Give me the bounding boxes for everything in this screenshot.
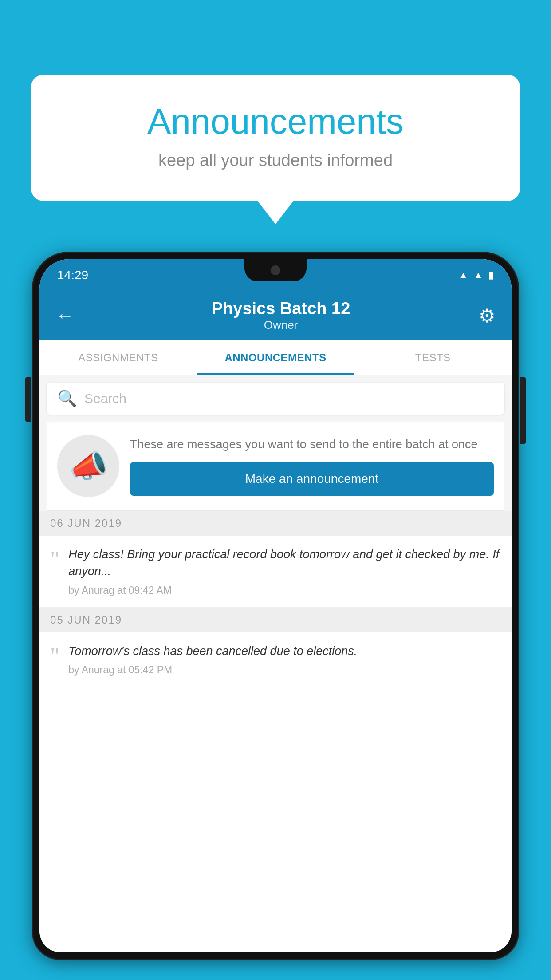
tab-assignments[interactable]: ASSIGNMENTS <box>39 340 197 375</box>
empty-state-description: These are messages you want to send to t… <box>130 436 494 453</box>
search-icon: 🔍 <box>57 389 77 408</box>
battery-icon <box>488 269 494 281</box>
speech-bubble: Announcements keep all your students inf… <box>31 75 520 201</box>
quote-icon-2: " <box>50 645 59 668</box>
back-button[interactable]: ← <box>55 305 74 326</box>
signal-icon <box>473 269 483 281</box>
status-icons <box>458 269 494 281</box>
phone-container: 14:29 ← Physics Batch 12 Owner ⚙ <box>33 253 518 980</box>
camera-dot <box>271 265 280 275</box>
speech-bubble-container: Announcements keep all your students inf… <box>31 75 520 201</box>
announcement-text-1: Hey class! Bring your practical record b… <box>68 546 501 580</box>
app-bar-subtitle: Owner <box>83 318 479 332</box>
announcement-content-1: Hey class! Bring your practical record b… <box>68 546 501 597</box>
tab-tests[interactable]: TESTS <box>354 340 512 375</box>
announcement-meta-2: by Anurag at 05:42 PM <box>68 664 501 676</box>
date-separator-2: 05 JUN 2019 <box>39 608 512 632</box>
content-area: 🔍 Search 📣 These are messages you want t… <box>39 375 512 687</box>
announcement-item-1[interactable]: " Hey class! Bring your practical record… <box>39 536 512 608</box>
announcement-content-2: Tomorrow's class has been cancelled due … <box>68 643 501 676</box>
tab-announcements[interactable]: ANNOUNCEMENTS <box>197 340 354 375</box>
empty-state-right: These are messages you want to send to t… <box>130 436 494 496</box>
app-bar: ← Physics Batch 12 Owner ⚙ <box>39 291 512 340</box>
phone-outer: 14:29 ← Physics Batch 12 Owner ⚙ <box>33 253 518 959</box>
announcement-meta-1: by Anurag at 09:42 AM <box>68 585 501 597</box>
megaphone-icon: 📣 <box>69 448 108 484</box>
make-announcement-button[interactable]: Make an announcement <box>130 462 494 496</box>
search-placeholder: Search <box>84 391 126 406</box>
date-separator-1: 06 JUN 2019 <box>39 511 512 536</box>
quote-icon-1: " <box>50 548 59 571</box>
empty-icon-circle: 📣 <box>57 435 119 497</box>
announcement-item-2[interactable]: " Tomorrow's class has been cancelled du… <box>39 632 512 688</box>
status-bar: 14:29 <box>39 259 512 291</box>
speech-bubble-title: Announcements <box>58 101 493 142</box>
announcement-text-2: Tomorrow's class has been cancelled due … <box>68 643 501 660</box>
tabs-bar: ASSIGNMENTS ANNOUNCEMENTS TESTS <box>39 340 512 375</box>
settings-icon[interactable]: ⚙ <box>479 305 496 327</box>
speech-bubble-subtitle: keep all your students informed <box>58 151 493 170</box>
app-bar-title-container: Physics Batch 12 Owner <box>83 299 479 332</box>
status-time: 14:29 <box>57 268 88 282</box>
notch <box>244 259 307 281</box>
wifi-icon <box>458 269 468 281</box>
app-bar-title: Physics Batch 12 <box>83 299 479 318</box>
search-bar[interactable]: 🔍 Search <box>47 383 504 415</box>
phone-screen: 14:29 ← Physics Batch 12 Owner ⚙ <box>39 259 512 952</box>
empty-state: 📣 These are messages you want to send to… <box>47 422 504 511</box>
